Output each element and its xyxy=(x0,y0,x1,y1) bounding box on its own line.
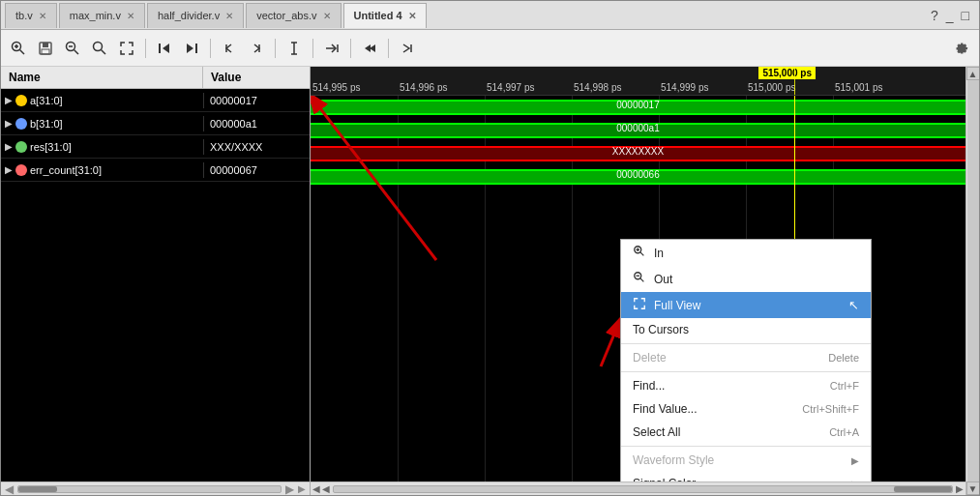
ctx-to-cursors-label: To Cursors xyxy=(633,323,689,336)
tab-close-tb-v[interactable]: ✕ xyxy=(39,11,46,21)
ctx-find-value-shortcut: Ctrl+Shift+F xyxy=(802,403,859,415)
signal-value-res: XXX/XXXX xyxy=(203,139,310,155)
prev-cursor-button[interactable] xyxy=(218,37,241,60)
ctx-signal-color-arrow: ▶ xyxy=(851,479,859,482)
next-cursor-button[interactable] xyxy=(245,37,268,60)
help-button[interactable]: ? xyxy=(931,8,938,23)
svg-marker-13 xyxy=(163,44,169,53)
ctx-divider-1 xyxy=(621,343,871,344)
hscroll-left2-arrow[interactable]: ◀ xyxy=(322,483,330,494)
tab-close-untitled[interactable]: ✕ xyxy=(408,11,416,21)
svg-rect-5 xyxy=(43,43,48,47)
hscroll-left-arrow[interactable]: ◀ xyxy=(312,483,320,494)
name-column-header: Name xyxy=(1,67,203,88)
waveform-panel[interactable]: 515,000 ps 514,995 ps 514,996 ps 514,997… xyxy=(311,67,965,495)
ctx-zoom-in-label: In xyxy=(654,247,664,260)
tab-vector-abs[interactable]: vector_abs.v ✕ xyxy=(246,3,341,28)
scroll-right-icon[interactable]: ▶ xyxy=(285,482,294,496)
expand-icon-b[interactable]: ▶ xyxy=(5,118,13,129)
time-label-6: 515,001 ps xyxy=(835,82,883,93)
tab-close-half[interactable]: ✕ xyxy=(225,11,233,21)
expand-icon-res[interactable]: ▶ xyxy=(5,141,13,152)
ctx-delete[interactable]: Delete Delete xyxy=(621,346,871,369)
ctx-find-shortcut: Ctrl+F xyxy=(830,380,859,392)
signal-panel: Name Value ▶ a[31:0] 00000017 ▶ b[ xyxy=(1,67,311,495)
ctx-zoom-out-label: Out xyxy=(654,273,672,286)
signal-list: ▶ a[31:0] 00000017 ▶ b[31:0] 000000a1 xyxy=(1,89,310,481)
ctx-full-view[interactable]: Full View ↖ xyxy=(621,292,871,318)
wave-label-b: 000000a1 xyxy=(616,123,660,133)
zoom-in-button[interactable] xyxy=(7,37,30,60)
ctx-waveform-style-arrow: ▶ xyxy=(851,455,859,466)
expand-icon-a[interactable]: ▶ xyxy=(5,95,13,105)
ctx-zoom-in[interactable]: In xyxy=(621,240,871,266)
wave-label-err: 00000066 xyxy=(616,169,660,180)
expand-icon-err[interactable]: ▶ xyxy=(5,164,13,175)
next-edge-button[interactable] xyxy=(180,37,203,60)
time-ruler: 515,000 ps 514,995 ps 514,996 ps 514,997… xyxy=(311,67,965,96)
goto-button[interactable] xyxy=(320,37,343,60)
ctx-to-cursors[interactable]: To Cursors xyxy=(621,318,871,341)
vscroll-down-arrow[interactable]: ▼ xyxy=(966,481,980,495)
step-button[interactable] xyxy=(396,37,419,60)
full-view-button[interactable] xyxy=(115,37,138,60)
time-label-1: 514,996 ps xyxy=(400,82,448,93)
toolbar xyxy=(1,30,979,67)
svg-marker-15 xyxy=(187,44,193,53)
zoom-out-button[interactable] xyxy=(61,37,84,60)
main-area: Name Value ▶ a[31:0] 00000017 ▶ b[ xyxy=(1,67,979,495)
maximize-button[interactable]: □ xyxy=(962,8,969,23)
ctx-signal-color[interactable]: Signal Color ▶ xyxy=(621,472,871,481)
tab-max-min-v[interactable]: max_min.v ✕ xyxy=(59,3,145,28)
time-label-4: 514,999 ps xyxy=(661,82,709,93)
ctx-divider-3 xyxy=(621,446,871,447)
minimize-button[interactable]: _ xyxy=(946,8,954,23)
signal-row-a[interactable]: ▶ a[31:0] 00000017 xyxy=(1,89,310,112)
cursor-pointer-icon: ↖ xyxy=(848,298,859,312)
zoom-fit-button[interactable] xyxy=(88,37,111,60)
ctx-select-all[interactable]: Select All Ctrl+A xyxy=(621,421,871,444)
tab-half-divider[interactable]: half_divider.v ✕ xyxy=(147,3,244,28)
scroll-right2-icon[interactable]: ▶ xyxy=(298,483,306,494)
svg-line-8 xyxy=(74,49,79,54)
context-menu: In xyxy=(620,239,872,481)
signal-value-b: 000000a1 xyxy=(203,116,310,131)
hscroll-right-arrow[interactable]: ▶ xyxy=(956,483,964,494)
window-controls: ? _ □ xyxy=(925,8,975,23)
signal-name-err: err_count[31:0] xyxy=(30,164,102,176)
waveform-area[interactable]: 00000017 000000a1 XXXXXXXX 00000066 xyxy=(311,96,965,481)
add-cursor-button[interactable] xyxy=(282,37,306,60)
ctx-find-label: Find... xyxy=(633,379,665,393)
ctx-divider-2 xyxy=(621,371,871,372)
svg-line-31 xyxy=(640,278,644,282)
hscroll-track[interactable] xyxy=(333,485,953,493)
vscroll-up-arrow[interactable]: ▲ xyxy=(966,67,980,80)
ctx-find[interactable]: Find... Ctrl+F xyxy=(621,374,871,397)
signal-header: Name Value xyxy=(1,67,310,89)
signal-row-res[interactable]: ▶ res[31:0] XXX/XXXX xyxy=(1,135,310,159)
ctx-waveform-style[interactable]: Waveform Style ▶ xyxy=(621,449,871,472)
signal-name-a: a[31:0] xyxy=(30,95,63,106)
scroll-left-icon[interactable]: ◀ xyxy=(5,482,14,496)
tab-tb-v[interactable]: tb.v ✕ xyxy=(5,3,57,28)
ctx-zoom-out[interactable]: Out xyxy=(621,266,871,292)
signal-icon-err xyxy=(15,164,27,176)
signal-row-b[interactable]: ▶ b[31:0] 000000a1 xyxy=(1,112,310,135)
signal-name-res: res[31:0] xyxy=(30,141,72,153)
prev-edge-button[interactable] xyxy=(153,37,176,60)
tab-untitled-4[interactable]: Untitled 4 ✕ xyxy=(343,3,427,28)
app-window: tb.v ✕ max_min.v ✕ half_divider.v ✕ vect… xyxy=(0,0,980,496)
signal-name-b: b[31:0] xyxy=(30,118,63,130)
settings-button[interactable] xyxy=(950,37,973,60)
signal-row-err[interactable]: ▶ err_count[31:0] 00000067 xyxy=(1,159,310,182)
save-button[interactable] xyxy=(34,37,57,60)
svg-rect-14 xyxy=(195,44,197,53)
rewind-button[interactable] xyxy=(358,37,381,60)
signal-icon-res xyxy=(15,141,27,153)
svg-rect-12 xyxy=(159,44,161,53)
tab-close-vector[interactable]: ✕ xyxy=(323,11,331,21)
tab-close-max-min[interactable]: ✕ xyxy=(127,11,134,21)
ctx-delete-label: Delete xyxy=(633,351,667,365)
vscroll-track[interactable] xyxy=(967,80,979,481)
ctx-find-value[interactable]: Find Value... Ctrl+Shift+F xyxy=(621,397,871,421)
